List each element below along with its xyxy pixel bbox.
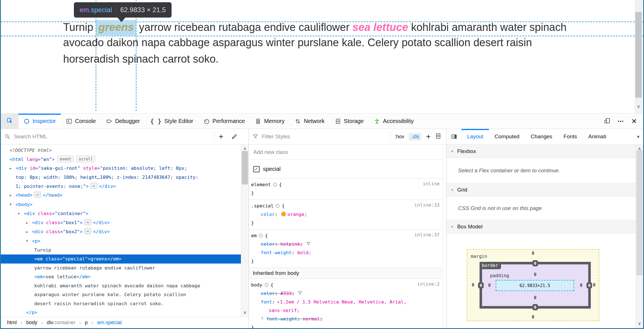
rule-selector[interactable]: element bbox=[251, 182, 271, 187]
tree-row[interactable]: ▶<div class="box2">⋯</div> bbox=[1, 227, 241, 236]
toggle-pseudo-classes-button[interactable]: :hov bbox=[395, 134, 404, 140]
expand-twisty-icon[interactable]: ▶ bbox=[10, 164, 16, 173]
breadcrumb-item-html[interactable]: html bbox=[7, 320, 17, 326]
devtools-tab-console[interactable]: Console bbox=[61, 114, 101, 129]
rule-source-link[interactable]: inline:33 bbox=[414, 202, 440, 208]
tree-row[interactable]: ▶<div id="saka-gui-root" style="position… bbox=[1, 164, 241, 173]
border-left-value[interactable]: 0 bbox=[478, 282, 484, 288]
css-declaration[interactable]: color: hotpink; bbox=[251, 240, 442, 249]
tree-row[interactable]: 1; pointer-events: none;">⋯</div> bbox=[1, 182, 241, 191]
devtools-tab-performance[interactable]: Performance bbox=[198, 114, 250, 129]
collapsed-children-ellipsis[interactable]: ⋯ bbox=[34, 192, 41, 198]
content-box[interactable]: 62.9833×21.5 bbox=[496, 280, 574, 291]
scroll-down-icon[interactable]: ∨ bbox=[635, 104, 642, 109]
tree-row[interactable]: ▶<div class="box1">⋯</div> bbox=[1, 218, 241, 227]
search-html-input[interactable] bbox=[14, 133, 214, 140]
toggle-classes-button[interactable]: .cls bbox=[409, 133, 422, 141]
event-badge[interactable]: event bbox=[57, 156, 74, 162]
expand-twisty-icon[interactable]: ▼ bbox=[10, 200, 16, 209]
padding-top-value[interactable]: 0 bbox=[534, 272, 536, 277]
css-declaration[interactable]: color: orange; bbox=[251, 210, 442, 219]
rule-source-link[interactable]: inline:37 bbox=[414, 232, 440, 237]
layout-scrollbar-thumb[interactable] bbox=[636, 150, 643, 275]
event-badge[interactable]: scroll bbox=[76, 156, 95, 162]
tree-row[interactable]: kohlrabi amaranth water spinach avocado … bbox=[1, 281, 241, 290]
meatball-menu-icon[interactable]: ••• bbox=[618, 119, 624, 124]
flexbox-section-header[interactable]: ▼Flexbox bbox=[447, 145, 636, 158]
tree-row[interactable]: asparagus winter purslane kale. Celery p… bbox=[1, 290, 241, 299]
collapsed-children-ellipsis[interactable]: ⋯ bbox=[90, 183, 97, 189]
border-bottom-value[interactable]: 0 bbox=[532, 304, 538, 310]
sidebar-tab-changes[interactable]: Changes bbox=[525, 129, 558, 144]
responsive-design-mode-icon[interactable] bbox=[604, 118, 610, 125]
close-devtools-icon[interactable]: ✕ bbox=[631, 117, 637, 125]
boxmodel-section-header[interactable]: ▼Box Model bbox=[447, 220, 636, 233]
collapsed-children-ellipsis[interactable]: ⋯ bbox=[84, 219, 91, 225]
rule-source-link[interactable]: inline bbox=[423, 181, 440, 186]
margin-top-value[interactable]: 0 bbox=[532, 251, 534, 256]
tree-row[interactable]: top: 0px; width: 100%; height…100%; z-in… bbox=[1, 173, 241, 182]
tree-row[interactable]: yarrow ricebean rutabaga endive cauliflo… bbox=[1, 264, 241, 273]
breadcrumb-item-em.special[interactable]: em.special bbox=[97, 320, 122, 326]
highlight-selector-icon[interactable] bbox=[258, 233, 263, 238]
layout-scrollbar[interactable]: ∧ ∨ bbox=[636, 145, 643, 328]
tree-row[interactable]: Turnip bbox=[1, 246, 241, 255]
filter-styles-input[interactable] bbox=[262, 133, 390, 140]
sidebar-tab-layout[interactable]: Layout bbox=[461, 129, 489, 144]
padding-bottom-value[interactable]: 0 bbox=[534, 295, 536, 300]
expand-twisty-icon[interactable]: ▼ bbox=[18, 209, 24, 218]
padding-right-value[interactable]: 0 bbox=[580, 283, 582, 288]
expand-twisty-icon[interactable]: ▼ bbox=[26, 237, 32, 246]
scroll-down-icon[interactable]: ∨ bbox=[636, 321, 643, 326]
margin-bottom-value[interactable]: 0 bbox=[532, 315, 534, 320]
add-rule-button[interactable]: + bbox=[426, 133, 431, 141]
tree-row[interactable]: <!DOCTYPE html> bbox=[1, 146, 241, 155]
devtools-tab-storage[interactable]: Storage bbox=[330, 114, 369, 129]
devtools-tab-style-editor[interactable]: { }Style Editor bbox=[145, 114, 198, 129]
highlight-selector-icon[interactable] bbox=[275, 203, 280, 208]
tree-row[interactable]: desert raisin horseradish spinach carrot… bbox=[1, 299, 241, 308]
tree-row[interactable]: </p> bbox=[1, 308, 241, 317]
markup-scrollbar[interactable]: ∧ ∨ bbox=[241, 145, 249, 317]
tree-row[interactable]: ▼<p> bbox=[1, 237, 241, 246]
sidebar-toggle-icon[interactable] bbox=[447, 129, 461, 144]
tree-row[interactable]: ▼<body> bbox=[1, 200, 241, 209]
devtools-tab-inspector[interactable]: Inspector bbox=[18, 114, 61, 129]
tree-row-selected[interactable]: <em class="special">greens</em> bbox=[1, 254, 241, 264]
stylesheet-icon[interactable] bbox=[435, 133, 441, 140]
css-declaration[interactable]: └ font-weight: normal; bbox=[251, 315, 442, 323]
highlight-selector-icon[interactable] bbox=[273, 182, 277, 187]
tree-row[interactable]: ▶<head>⋯</head> bbox=[1, 191, 241, 200]
tree-row[interactable]: ▼<div class="container"> bbox=[1, 209, 241, 218]
devtools-tab-network[interactable]: Network bbox=[290, 114, 330, 129]
add-node-button[interactable]: + bbox=[215, 133, 228, 141]
rule-source-link[interactable]: inline:2 bbox=[417, 281, 440, 287]
tree-row[interactable]: <html lang="en">eventscroll bbox=[1, 155, 241, 164]
border-top-value[interactable]: 0 bbox=[532, 260, 538, 266]
css-declaration[interactable]: font-weight: bold; bbox=[251, 249, 442, 257]
page-scrollbar-thumb[interactable] bbox=[635, 12, 642, 98]
devtools-tab-accessibility[interactable]: Accessibility bbox=[369, 114, 419, 129]
expand-twisty-icon[interactable]: ▶ bbox=[26, 228, 32, 237]
padding-left-value[interactable]: 0 bbox=[488, 283, 491, 288]
overridden-filter-icon[interactable] bbox=[297, 290, 303, 296]
rule-selector[interactable]: body bbox=[251, 282, 262, 288]
rule-selector[interactable]: em bbox=[251, 233, 257, 238]
devtools-tab-debugger[interactable]: Debugger bbox=[101, 114, 145, 129]
rule-selector[interactable]: .special bbox=[251, 203, 273, 209]
collapsed-children-ellipsis[interactable]: ⋯ bbox=[84, 228, 91, 234]
margin-left-value[interactable]: 0 bbox=[472, 283, 474, 288]
breadcrumb-item-p[interactable]: p bbox=[85, 320, 88, 326]
grid-section-header[interactable]: ▼Grid bbox=[447, 183, 636, 196]
devtools-tab-memory[interactable]: Memory bbox=[250, 114, 290, 129]
sidebar-tab-animati[interactable]: Animati bbox=[583, 129, 612, 144]
pick-element-button[interactable] bbox=[1, 114, 18, 129]
expand-twisty-icon[interactable]: ▶ bbox=[26, 218, 32, 228]
css-declaration[interactable]: font: ▶1.2em / 1.5 Helvetica Neue, Helve… bbox=[251, 298, 442, 306]
expand-twisty-icon[interactable]: ▶ bbox=[10, 191, 16, 200]
highlight-selector-icon[interactable] bbox=[264, 283, 269, 287]
add-new-class-input[interactable] bbox=[253, 149, 438, 155]
eyedropper-icon[interactable] bbox=[228, 133, 241, 140]
overridden-filter-icon[interactable] bbox=[306, 241, 311, 247]
sidebar-tab-fonts[interactable]: Fonts bbox=[558, 129, 583, 144]
